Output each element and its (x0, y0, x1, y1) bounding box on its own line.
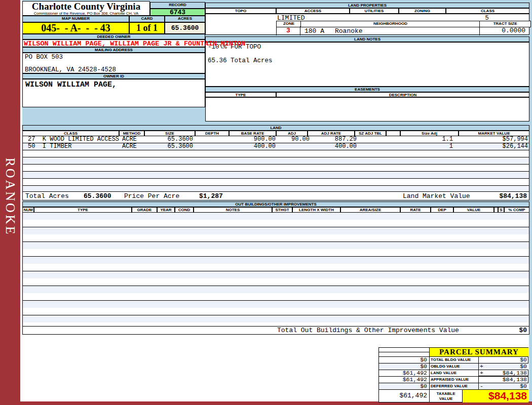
card-value: 1 of 1 (129, 22, 165, 34)
land-properties-col-utilities: UTILITIES (350, 8, 399, 14)
deeded-owner-value: WILSON WILLIAM PAGE, WILLIAM PAGE JR & F… (24, 40, 245, 48)
ob-col-num: NUM (22, 207, 34, 213)
easements-title: EASEMENTS (205, 87, 529, 92)
ob-col-type: TYPE (34, 207, 132, 213)
ps-value: $0 (520, 383, 527, 389)
total-acres-value: 65.3600 (84, 192, 111, 200)
owner-id-value: WILSON WILLIAM PAGE, (25, 80, 117, 89)
land-row-market-value: $26,144 (459, 143, 528, 150)
ps-taxable-label-2: VALUE (430, 396, 462, 401)
ob-col-sthgt: STHGT (272, 207, 292, 213)
neighborhood-code: 180 A (305, 27, 324, 35)
land-empty-rows (22, 150, 529, 191)
county-header-box: Charlotte County Virginia Commissioner o… (22, 1, 150, 16)
ob-col-blank (494, 207, 498, 213)
commissioner-line: Commissioner of the Revenue, PO Box 308,… (23, 11, 149, 16)
ps-value: $84,138 (503, 370, 527, 376)
price-per-acre-label: Price Per Acre (124, 192, 179, 200)
ob-col-year: YEAR (157, 207, 175, 213)
ob-col-cond: COND (175, 207, 194, 213)
county-title: Charlotte County Virginia (23, 2, 149, 11)
zone-value: 3 (277, 26, 300, 34)
ps-value: $0 (520, 357, 527, 363)
land-properties-body: LIMITED 5 ZONE NEIGHBORHOOD TRACT SIZE 3… (205, 14, 529, 35)
owner-id-box: WILSON WILLIAM PAGE, (22, 79, 205, 107)
ob-col-lengthxwidth: LENGTH X WIDTH (292, 207, 340, 213)
mailing-line1: PO BOX 503 (25, 54, 63, 61)
ps-row: $0 TOTAL BLDG VALUE $0 (379, 357, 528, 363)
land-row-class: 27 K WOOD LIMITED ACCESS (28, 136, 119, 143)
ps-taxable-left: $61,492 (379, 390, 430, 402)
ps-row: $61,492 APPRAISED VALUE $84,138 (379, 377, 528, 383)
land-row-method: ACRE (122, 143, 137, 150)
ob-col-value: VALUE (453, 207, 494, 213)
ps-op: + (480, 363, 483, 370)
land-row-base-rate: 900.00 (230, 136, 276, 143)
ob-total-value: $0 (466, 327, 527, 334)
land-notes-line2: 65.36 Total Acres (208, 57, 273, 64)
ps-taxable-row: $61,492 TAXABLE VALUE $84,138 (379, 390, 528, 402)
land-market-value-value: $84,138 (466, 192, 527, 200)
land-properties-title: LAND PROPERTIES (205, 3, 529, 8)
mailing-address-box: PO BOX 503 BROOKNEAL, VA 24528-4528 (22, 53, 205, 73)
land-col-sz-adj-tbl: SZ ADJ TBL (355, 131, 386, 136)
land-row-size-adj: 1 (402, 143, 453, 150)
easements-col-type: TYPE (205, 92, 276, 97)
land-row-1: 27 K WOOD LIMITED ACCESS ACRE 65.3600 90… (22, 136, 529, 143)
land-properties-col-class: CLASS (446, 8, 529, 14)
neighborhood-label: NEIGHBORHOOD (300, 21, 480, 27)
sidebar-district-label: ROANOKE (3, 153, 18, 241)
land-row-market-value: $57,994 (459, 136, 528, 143)
ps-label: APPRAISED VALUE (430, 377, 479, 383)
parcel-summary-title: PARCEL SUMMARY (430, 348, 528, 357)
mailing-line2: BROOKNEAL, VA 24528-4528 (25, 66, 116, 73)
land-row-method: ACRE (122, 136, 137, 143)
ps-taxable-label-1: TAXABLE (430, 391, 462, 396)
land-market-value-label: Land Market Value (403, 192, 470, 200)
ps-row: $0 DEFERRED VALUE - $0 (379, 383, 528, 390)
price-per-acre-value: $1,287 (199, 192, 223, 200)
ps-taxable-value: $84,138 (463, 390, 528, 402)
record-value: 6743 (150, 9, 205, 16)
land-properties-col-access: ACCESS (276, 8, 350, 14)
land-row-class: 50 I TIMBER (28, 143, 71, 150)
land-row-adj: 90.00 (278, 136, 310, 143)
ob-col-dep: DEP (431, 207, 453, 213)
ob-total-label: Total Out Buildings & Other Improvements… (277, 327, 459, 334)
land-notes-title: LAND NOTES (205, 36, 529, 42)
land-row-adj-rate: 400.00 (310, 143, 357, 150)
ps-value: $84,138 (503, 377, 527, 383)
card-label: CARD (129, 16, 165, 22)
ob-col-comp: % COMP (504, 207, 529, 213)
mailing-address-label: MAILING ADDRESS (22, 47, 205, 53)
acres-value: 65.3600 (165, 22, 205, 34)
ps-header-left-cell (379, 348, 430, 357)
ps-value-cell: - $0 (479, 383, 528, 390)
ps-op: - (480, 383, 483, 389)
land-totals-row: Total Acres 65.3600 Price Per Acre $1,28… (22, 191, 529, 200)
owner-id-label: OWNER ID (22, 73, 205, 79)
ob-empty-rows (22, 213, 529, 326)
land-properties-col-topo: TOPO (205, 8, 276, 14)
acres-label: ACRES (165, 16, 205, 22)
easements-box (205, 97, 529, 122)
land-row-size-adj: 1.1 (402, 136, 453, 143)
ob-total-row: Total Out Buildings & Other Improvements… (22, 326, 529, 335)
ob-col-areasize: AREA/SIZE (340, 207, 400, 213)
land-col-depth: DEPTH (195, 131, 229, 136)
land-title: LAND (22, 125, 529, 131)
ps-label: OBLDG VALUE (430, 363, 479, 370)
tract-size-cell: 0.0000 (479, 26, 529, 35)
deeded-owner-label: DEEDED OWNER (22, 34, 205, 39)
ob-col-s: S (498, 207, 504, 213)
parcel-summary: PARCEL SUMMARY $0 TOTAL BLDG VALUE $0 $0… (378, 347, 528, 402)
tract-size-value: 0.0000 (480, 26, 529, 34)
sidebar: ROANOKE (0, 0, 20, 405)
ps-value: $0 (520, 363, 527, 370)
land-notes-box: -10\% FOR TOPO 65.36 Total Acres (205, 42, 529, 87)
land-row-base-rate: 400.00 (230, 143, 276, 150)
land-row-size: 65.3600 (145, 136, 193, 143)
ps-taxable-label: TAXABLE VALUE (430, 390, 463, 402)
neighborhood-name: Roanoke (335, 27, 363, 35)
ob-col-notes: NOTES (194, 207, 272, 213)
